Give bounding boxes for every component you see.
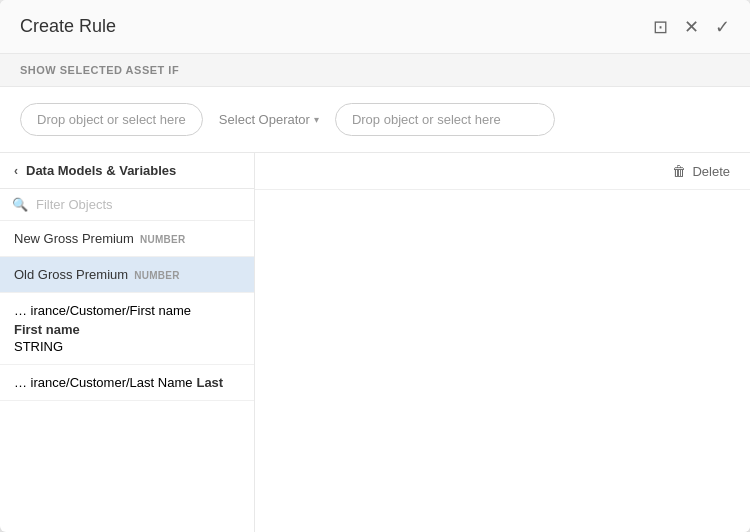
delete-row: 🗑 Delete: [255, 153, 750, 190]
dialog-title: Create Rule: [20, 16, 116, 37]
back-header[interactable]: ‹ Data Models & Variables: [0, 153, 254, 189]
dialog-header: Create Rule ⊡ ✕ ✓: [0, 0, 750, 54]
item-name: Old Gross Premium: [14, 267, 128, 282]
trash-icon: 🗑: [672, 163, 686, 179]
item-path: … irance/Customer/Last Name: [14, 375, 192, 390]
section-label: SHOW SELECTED ASSET IF: [0, 54, 750, 87]
search-icon: 🔍: [12, 197, 28, 212]
item-name: New Gross Premium: [14, 231, 134, 246]
items-list: New Gross Premium NUMBER Old Gross Premi…: [0, 221, 254, 532]
delete-label: Delete: [692, 164, 730, 179]
item-main-row: … irance/Customer/First nameFirst name: [14, 303, 240, 337]
list-item[interactable]: … irance/Customer/First nameFirst name S…: [0, 293, 254, 365]
header-actions: ⊡ ✕ ✓: [653, 18, 730, 36]
right-content: [255, 190, 750, 532]
item-type: NUMBER: [140, 234, 186, 245]
item-type-row: STRING: [14, 339, 240, 354]
back-label: Data Models & Variables: [26, 163, 176, 178]
rule-row: Drop object or select here Select Operat…: [0, 87, 750, 153]
expand-icon[interactable]: ⊡: [653, 18, 668, 36]
item-type: STRING: [14, 339, 63, 354]
item-bold-name: First name: [14, 322, 80, 337]
list-item[interactable]: … irance/Customer/Last NameLast: [0, 365, 254, 401]
delete-button[interactable]: 🗑 Delete: [672, 163, 730, 179]
chevron-down-icon: ▾: [314, 114, 319, 125]
search-row: 🔍: [0, 189, 254, 221]
dialog-body: SHOW SELECTED ASSET IF Drop object or se…: [0, 54, 750, 532]
left-panel: ‹ Data Models & Variables 🔍 New Gross Pr…: [0, 153, 255, 532]
item-path: … irance/Customer/First name: [14, 303, 191, 318]
create-rule-dialog: Create Rule ⊡ ✕ ✓ SHOW SELECTED ASSET IF…: [0, 0, 750, 532]
close-icon[interactable]: ✕: [684, 18, 699, 36]
operator-label: Select Operator: [219, 112, 310, 127]
dropdown-panel: ‹ Data Models & Variables 🔍 New Gross Pr…: [0, 153, 750, 532]
confirm-icon[interactable]: ✓: [715, 18, 730, 36]
right-drop-input[interactable]: Drop object or select here: [335, 103, 555, 136]
list-item[interactable]: Old Gross Premium NUMBER: [0, 257, 254, 293]
item-type: NUMBER: [134, 270, 180, 281]
list-item[interactable]: New Gross Premium NUMBER: [0, 221, 254, 257]
left-drop-input[interactable]: Drop object or select here: [20, 103, 203, 136]
back-arrow-icon: ‹: [14, 164, 18, 178]
right-panel: 🗑 Delete: [255, 153, 750, 532]
operator-select[interactable]: Select Operator ▾: [215, 104, 323, 135]
item-main-row: … irance/Customer/Last NameLast: [14, 375, 240, 390]
search-input[interactable]: [36, 197, 242, 212]
item-bold-name: Last: [196, 375, 223, 390]
